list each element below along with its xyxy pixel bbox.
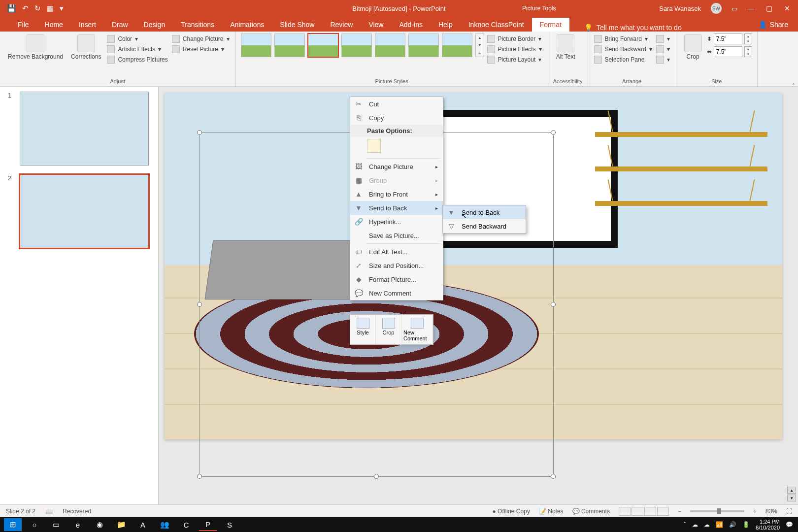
ctx-edit-alt-text[interactable]: 🏷Edit Alt Text... — [350, 245, 443, 259]
ctx-save-as-picture[interactable]: Save as Picture... — [350, 229, 443, 242]
shelves-image[interactable] — [595, 132, 767, 235]
fit-to-window-button[interactable]: ⛶ — [786, 508, 792, 515]
style-thumb[interactable] — [375, 33, 405, 57]
minimize-button[interactable]: — — [747, 4, 754, 12]
share-button[interactable]: 👤 Share — [749, 18, 798, 32]
save-icon[interactable]: 💾 — [7, 4, 16, 13]
redo-icon[interactable]: ↻ — [34, 4, 41, 13]
send-backward-button[interactable]: Send Backward ▾ — [593, 45, 653, 54]
offline-copy-button[interactable]: ● Offline Copy — [492, 508, 530, 515]
spell-check-icon[interactable]: 📖 — [45, 508, 53, 515]
mini-style-button[interactable]: Style — [350, 315, 376, 344]
change-picture-button[interactable]: Change Picture ▾ — [171, 34, 231, 43]
tab-view[interactable]: View — [361, 18, 391, 32]
tab-review[interactable]: Review — [322, 18, 361, 32]
explorer-icon[interactable]: 📁 — [112, 518, 130, 531]
slide-thumbnail-1[interactable] — [20, 92, 149, 166]
zoom-percent[interactable]: 83% — [765, 508, 777, 515]
zoom-out-button[interactable]: − — [678, 508, 681, 515]
slide-counter[interactable]: Slide 2 of 2 — [6, 508, 35, 515]
slide-canvas[interactable] — [165, 93, 782, 439]
style-thumb[interactable] — [308, 33, 338, 57]
width-input[interactable] — [714, 46, 742, 57]
onedrive-icon[interactable]: ☁ — [692, 521, 698, 528]
app-icon[interactable]: A — [134, 518, 152, 531]
tray-expand-icon[interactable]: ˄ — [683, 521, 686, 528]
tab-draw[interactable]: Draw — [104, 18, 136, 32]
ctx-bring-to-front[interactable]: ▲Bring to Front▸ — [350, 187, 443, 201]
snagit-icon[interactable]: S — [221, 518, 238, 531]
tab-transitions[interactable]: Transitions — [173, 18, 222, 32]
tab-insert[interactable]: Insert — [71, 18, 104, 32]
width-down[interactable]: ▾ — [745, 52, 752, 57]
style-thumb[interactable] — [341, 33, 372, 57]
start-from-beginning-icon[interactable]: ▦ — [47, 4, 54, 13]
system-clock[interactable]: 1:24 PM 8/10/2020 — [756, 519, 780, 531]
height-up[interactable]: ▴ — [745, 34, 752, 39]
chrome-icon[interactable]: ◉ — [91, 518, 108, 531]
slide-thumbnail-2[interactable] — [20, 174, 149, 248]
submenu-send-backward[interactable]: ▽Send Backward — [443, 219, 526, 233]
maximize-button[interactable]: ▢ — [766, 4, 772, 12]
style-thumb[interactable] — [241, 33, 271, 57]
tab-design[interactable]: Design — [136, 18, 173, 32]
prev-slide-button[interactable]: ▴ — [787, 487, 796, 494]
slide-thumbnails-panel[interactable]: 1 2 — [0, 87, 159, 504]
width-up[interactable]: ▴ — [745, 47, 752, 52]
crop-button[interactable]: Crop — [681, 33, 705, 61]
undo-icon[interactable]: ↶ — [22, 4, 29, 13]
style-thumb[interactable] — [408, 33, 439, 57]
zoom-slider[interactable] — [690, 510, 744, 512]
slideshow-view-button[interactable] — [657, 507, 669, 516]
camtasia-icon[interactable]: C — [177, 518, 195, 531]
tab-home[interactable]: Home — [37, 18, 71, 32]
style-thumb[interactable] — [274, 33, 305, 57]
zoom-in-button[interactable]: + — [753, 508, 757, 515]
tab-help[interactable]: Help — [431, 18, 461, 32]
artistic-effects-button[interactable]: Artistic Effects ▾ — [106, 45, 168, 54]
notifications-icon[interactable]: 💬 — [786, 521, 793, 528]
picture-effects-button[interactable]: Picture Effects ▾ — [486, 45, 543, 54]
resize-handle[interactable] — [374, 474, 379, 479]
picture-border-button[interactable]: Picture Border ▾ — [486, 34, 543, 43]
qat-more-icon[interactable]: ▾ — [60, 4, 64, 13]
height-input[interactable] — [714, 33, 742, 44]
next-slide-button[interactable]: ▾ — [787, 495, 796, 501]
ctx-new-comment[interactable]: 💬New Comment — [350, 286, 443, 300]
notes-button[interactable]: 📝 Notes — [539, 508, 564, 515]
tab-animations[interactable]: Animations — [222, 18, 272, 32]
tab-file[interactable]: File — [10, 18, 37, 32]
cortana-button[interactable]: ○ — [26, 518, 43, 531]
submenu-send-to-back[interactable]: ▼Send to Back — [443, 205, 526, 219]
tell-me-search[interactable]: Tell me what you want to do — [584, 24, 682, 32]
paste-option-button[interactable] — [367, 139, 381, 153]
ctx-hyperlink[interactable]: 🔗Hyperlink... — [350, 215, 443, 229]
ctx-cut[interactable]: ✂Cut — [350, 97, 443, 111]
color-button[interactable]: Color ▾ — [106, 34, 168, 43]
resize-handle[interactable] — [551, 474, 556, 479]
slide-canvas-area[interactable]: ▴ ▾ — [159, 87, 798, 504]
resize-handle[interactable] — [197, 474, 202, 479]
height-down[interactable]: ▾ — [745, 39, 752, 44]
ribbon-display-icon[interactable]: ▭ — [732, 5, 737, 12]
reading-view-button[interactable] — [644, 507, 656, 516]
group-objects-button[interactable]: ▾ — [655, 45, 671, 54]
tab-classpoint[interactable]: Inknoe ClassPoint — [461, 18, 532, 32]
ctx-copy[interactable]: ⎘Copy — [350, 111, 443, 125]
volume-icon[interactable]: 🔊 — [729, 521, 736, 528]
picture-styles-gallery[interactable]: ▴▾≡ — [241, 33, 484, 57]
tab-format[interactable]: Format — [532, 18, 569, 32]
sorter-view-button[interactable] — [632, 507, 643, 516]
align-button[interactable]: ▾ — [655, 34, 671, 43]
corrections-button[interactable]: Corrections — [68, 33, 104, 61]
ctx-change-picture[interactable]: 🖼Change Picture▸ — [350, 160, 443, 173]
ctx-size-position[interactable]: ⤢Size and Position... — [350, 259, 443, 272]
normal-view-button[interactable] — [619, 507, 631, 516]
onedrive-icon[interactable]: ☁ — [704, 521, 710, 528]
alt-text-button[interactable]: Alt Text — [553, 33, 578, 61]
start-button[interactable]: ⊞ — [4, 518, 22, 531]
ctx-format-picture[interactable]: ◆Format Picture... — [350, 272, 443, 286]
remove-background-button[interactable]: Remove Background — [5, 33, 66, 61]
teams-icon[interactable]: 👥 — [156, 518, 173, 531]
bring-forward-button[interactable]: Bring Forward ▾ — [593, 34, 653, 43]
